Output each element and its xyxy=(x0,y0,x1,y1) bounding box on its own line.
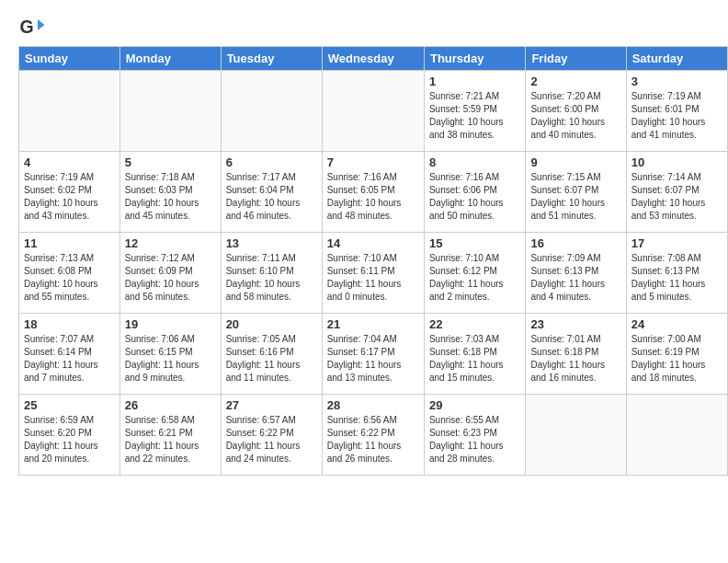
calendar-cell xyxy=(119,71,221,152)
weekday-header: Monday xyxy=(119,47,221,71)
day-number: 28 xyxy=(327,398,419,412)
day-number: 25 xyxy=(24,398,115,412)
day-info: Sunrise: 7:03 AM Sunset: 6:18 PM Dayligh… xyxy=(429,333,520,385)
weekday-header: Saturday xyxy=(626,47,727,71)
day-info: Sunrise: 7:16 AM Sunset: 6:06 PM Dayligh… xyxy=(429,171,520,223)
calendar-cell: 5Sunrise: 7:18 AM Sunset: 6:03 PM Daylig… xyxy=(119,152,221,233)
day-number: 17 xyxy=(631,236,722,250)
day-number: 13 xyxy=(226,236,317,250)
calendar-week-row: 11Sunrise: 7:13 AM Sunset: 6:08 PM Dayli… xyxy=(19,233,728,314)
day-info: Sunrise: 7:16 AM Sunset: 6:05 PM Dayligh… xyxy=(327,171,419,223)
calendar-cell: 22Sunrise: 7:03 AM Sunset: 6:18 PM Dayli… xyxy=(424,314,525,395)
logo-icon: G xyxy=(18,14,46,41)
page-header: G xyxy=(0,0,728,46)
day-info: Sunrise: 6:56 AM Sunset: 6:22 PM Dayligh… xyxy=(327,414,419,465)
calendar-cell: 28Sunrise: 6:56 AM Sunset: 6:22 PM Dayli… xyxy=(322,395,424,476)
calendar-cell xyxy=(626,395,727,476)
calendar-cell xyxy=(322,71,424,152)
day-number: 3 xyxy=(631,75,722,88)
day-number: 5 xyxy=(125,155,216,169)
calendar-cell: 10Sunrise: 7:14 AM Sunset: 6:07 PM Dayli… xyxy=(626,152,727,233)
day-info: Sunrise: 7:00 AM Sunset: 6:19 PM Dayligh… xyxy=(631,333,722,385)
day-number: 19 xyxy=(125,317,216,331)
day-info: Sunrise: 7:13 AM Sunset: 6:08 PM Dayligh… xyxy=(24,252,115,304)
calendar-cell: 17Sunrise: 7:08 AM Sunset: 6:13 PM Dayli… xyxy=(626,233,727,314)
day-info: Sunrise: 7:08 AM Sunset: 6:13 PM Dayligh… xyxy=(631,252,722,304)
calendar-cell: 29Sunrise: 6:55 AM Sunset: 6:23 PM Dayli… xyxy=(424,395,525,476)
day-number: 6 xyxy=(226,155,317,169)
svg-text:G: G xyxy=(20,17,34,37)
calendar-cell xyxy=(221,71,322,152)
calendar-cell: 20Sunrise: 7:05 AM Sunset: 6:16 PM Dayli… xyxy=(221,314,322,395)
svg-marker-1 xyxy=(38,19,45,30)
day-number: 4 xyxy=(24,155,115,169)
calendar-cell: 4Sunrise: 7:19 AM Sunset: 6:02 PM Daylig… xyxy=(19,152,120,233)
day-info: Sunrise: 7:19 AM Sunset: 6:01 PM Dayligh… xyxy=(631,90,722,142)
day-info: Sunrise: 7:05 AM Sunset: 6:16 PM Dayligh… xyxy=(226,333,317,385)
calendar-cell: 8Sunrise: 7:16 AM Sunset: 6:06 PM Daylig… xyxy=(424,152,525,233)
calendar-cell: 9Sunrise: 7:15 AM Sunset: 6:07 PM Daylig… xyxy=(526,152,626,233)
day-info: Sunrise: 7:20 AM Sunset: 6:00 PM Dayligh… xyxy=(530,90,620,142)
day-number: 11 xyxy=(24,236,115,250)
day-number: 26 xyxy=(125,398,216,412)
logo: G xyxy=(18,14,48,41)
day-info: Sunrise: 6:58 AM Sunset: 6:21 PM Dayligh… xyxy=(125,414,216,465)
weekday-header: Thursday xyxy=(424,47,525,71)
day-number: 18 xyxy=(24,317,115,331)
calendar-cell: 27Sunrise: 6:57 AM Sunset: 6:22 PM Dayli… xyxy=(221,395,322,476)
calendar-table: SundayMondayTuesdayWednesdayThursdayFrid… xyxy=(18,46,728,476)
calendar-cell: 2Sunrise: 7:20 AM Sunset: 6:00 PM Daylig… xyxy=(526,71,626,152)
calendar-wrapper: SundayMondayTuesdayWednesdayThursdayFrid… xyxy=(0,46,728,476)
day-info: Sunrise: 7:06 AM Sunset: 6:15 PM Dayligh… xyxy=(125,333,216,385)
weekday-header: Wednesday xyxy=(322,47,424,71)
day-number: 10 xyxy=(631,155,722,169)
calendar-cell: 19Sunrise: 7:06 AM Sunset: 6:15 PM Dayli… xyxy=(119,314,221,395)
calendar-cell: 21Sunrise: 7:04 AM Sunset: 6:17 PM Dayli… xyxy=(322,314,424,395)
calendar-week-row: 1Sunrise: 7:21 AM Sunset: 5:59 PM Daylig… xyxy=(19,71,728,152)
day-number: 9 xyxy=(530,155,620,169)
day-number: 2 xyxy=(530,75,620,88)
weekday-header: Sunday xyxy=(19,47,120,71)
calendar-cell xyxy=(526,395,626,476)
day-info: Sunrise: 7:10 AM Sunset: 6:11 PM Dayligh… xyxy=(327,252,419,304)
day-info: Sunrise: 7:19 AM Sunset: 6:02 PM Dayligh… xyxy=(24,171,115,223)
day-number: 12 xyxy=(125,236,216,250)
day-info: Sunrise: 7:15 AM Sunset: 6:07 PM Dayligh… xyxy=(530,171,620,223)
calendar-cell: 13Sunrise: 7:11 AM Sunset: 6:10 PM Dayli… xyxy=(221,233,322,314)
day-number: 14 xyxy=(327,236,419,250)
day-info: Sunrise: 7:10 AM Sunset: 6:12 PM Dayligh… xyxy=(429,252,520,304)
day-number: 8 xyxy=(429,155,520,169)
calendar-cell: 26Sunrise: 6:58 AM Sunset: 6:21 PM Dayli… xyxy=(119,395,221,476)
calendar-cell: 1Sunrise: 7:21 AM Sunset: 5:59 PM Daylig… xyxy=(424,71,525,152)
day-info: Sunrise: 6:55 AM Sunset: 6:23 PM Dayligh… xyxy=(429,414,520,465)
calendar-header: SundayMondayTuesdayWednesdayThursdayFrid… xyxy=(19,47,728,71)
calendar-cell: 25Sunrise: 6:59 AM Sunset: 6:20 PM Dayli… xyxy=(19,395,120,476)
calendar-cell: 18Sunrise: 7:07 AM Sunset: 6:14 PM Dayli… xyxy=(19,314,120,395)
day-info: Sunrise: 7:01 AM Sunset: 6:18 PM Dayligh… xyxy=(530,333,620,385)
day-number: 29 xyxy=(429,398,520,412)
calendar-cell: 6Sunrise: 7:17 AM Sunset: 6:04 PM Daylig… xyxy=(221,152,322,233)
weekday-header: Friday xyxy=(526,47,626,71)
day-info: Sunrise: 6:57 AM Sunset: 6:22 PM Dayligh… xyxy=(226,414,317,465)
day-info: Sunrise: 7:07 AM Sunset: 6:14 PM Dayligh… xyxy=(24,333,115,385)
calendar-cell: 14Sunrise: 7:10 AM Sunset: 6:11 PM Dayli… xyxy=(322,233,424,314)
calendar-cell: 3Sunrise: 7:19 AM Sunset: 6:01 PM Daylig… xyxy=(626,71,727,152)
calendar-week-row: 25Sunrise: 6:59 AM Sunset: 6:20 PM Dayli… xyxy=(19,395,728,476)
day-info: Sunrise: 6:59 AM Sunset: 6:20 PM Dayligh… xyxy=(24,414,115,465)
calendar-cell: 16Sunrise: 7:09 AM Sunset: 6:13 PM Dayli… xyxy=(526,233,626,314)
calendar-cell: 12Sunrise: 7:12 AM Sunset: 6:09 PM Dayli… xyxy=(119,233,221,314)
day-info: Sunrise: 7:14 AM Sunset: 6:07 PM Dayligh… xyxy=(631,171,722,223)
day-info: Sunrise: 7:04 AM Sunset: 6:17 PM Dayligh… xyxy=(327,333,419,385)
calendar-cell: 23Sunrise: 7:01 AM Sunset: 6:18 PM Dayli… xyxy=(526,314,626,395)
day-number: 16 xyxy=(530,236,620,250)
calendar-week-row: 4Sunrise: 7:19 AM Sunset: 6:02 PM Daylig… xyxy=(19,152,728,233)
day-info: Sunrise: 7:18 AM Sunset: 6:03 PM Dayligh… xyxy=(125,171,216,223)
weekday-header: Tuesday xyxy=(221,47,322,71)
day-info: Sunrise: 7:12 AM Sunset: 6:09 PM Dayligh… xyxy=(125,252,216,304)
day-number: 1 xyxy=(429,75,520,88)
calendar-cell: 24Sunrise: 7:00 AM Sunset: 6:19 PM Dayli… xyxy=(626,314,727,395)
day-number: 23 xyxy=(530,317,620,331)
day-number: 21 xyxy=(327,317,419,331)
day-number: 24 xyxy=(631,317,722,331)
day-number: 20 xyxy=(226,317,317,331)
